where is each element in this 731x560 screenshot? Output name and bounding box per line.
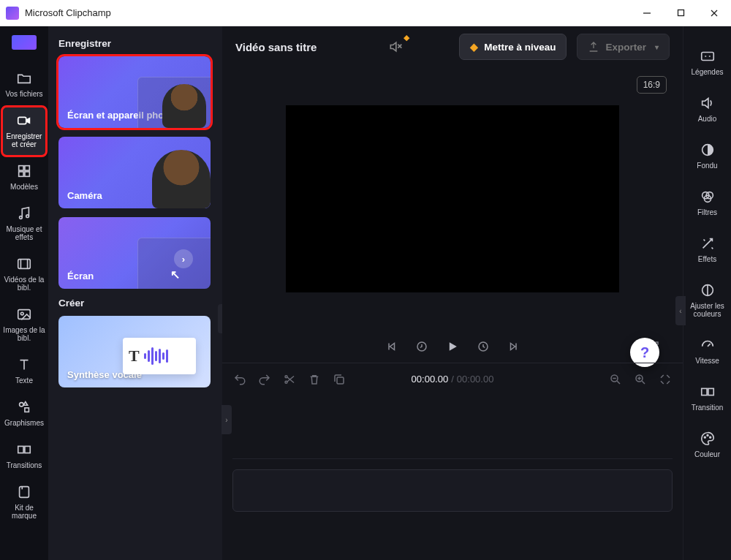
export-label: Exporter [605,42,646,53]
skip-end-button[interactable] [507,339,521,354]
svg-rect-8 [25,172,29,176]
text-icon [16,357,32,373]
prop-label: Filtres [697,208,717,216]
svg-rect-1 [678,10,683,16]
prop-filters[interactable]: Filtres [686,184,730,221]
svg-rect-19 [25,446,30,453]
redo-button[interactable] [257,372,272,387]
svg-point-9 [20,216,23,219]
timeline-track-placeholder[interactable] [232,469,673,512]
panel-section-create: Créer [58,298,212,309]
prop-fade[interactable]: Fondu [686,137,730,174]
nav-label: Musique et effets [2,225,46,241]
palette-icon [700,431,716,447]
nav-label: Graphismes [4,419,44,427]
export-button[interactable]: Exporter ▾ [577,34,670,60]
card-text-to-speech[interactable]: T Synthèse vocale [58,316,211,387]
nav-text[interactable]: Texte [2,351,46,392]
svg-point-45 [707,435,708,436]
video-preview[interactable] [286,105,619,292]
fade-icon [700,142,716,158]
prop-label: Transition [692,404,724,412]
nav-transitions[interactable]: Transitions [2,436,46,477]
timeline-area[interactable]: › [222,395,683,560]
minimize-button[interactable] [630,0,664,26]
left-nav-rail: Vos fichiers Enregistrer et créer Modèle… [0,26,48,560]
rewind-button[interactable] [414,339,429,354]
nav-label: Vos fichiers [5,90,42,98]
maximize-button[interactable] [664,0,697,26]
close-button[interactable] [697,0,731,26]
undo-button[interactable] [232,372,247,387]
brand-kit-icon [16,484,32,500]
svg-rect-4 [18,117,26,124]
card-label: Caméra [67,190,102,201]
timeline-toolbar: 00:00.00 / 00:00.00 [222,363,683,395]
templates-icon [16,163,32,179]
svg-point-26 [285,381,287,383]
timeline-ruler[interactable] [232,406,673,459]
prop-captions[interactable]: Légendes [686,44,730,80]
prop-label: Vitesse [695,357,719,365]
card-screen[interactable]: › ↖ Écran [58,217,211,289]
forward-button[interactable] [476,339,491,354]
prop-color[interactable]: Couleur [686,426,730,463]
nav-graphics[interactable]: Graphismes [2,393,46,434]
editor-topbar: ◆ ◆ Mettre à niveau Exporter ▾ [222,26,683,67]
cursor-icon: ↖ [170,268,180,281]
clipchamp-logo-icon[interactable] [12,35,37,50]
filters-icon [700,189,716,205]
nav-label: Vidéos de la bibl. [2,276,46,292]
card-screen-and-camera[interactable]: Écran et appareil photo [58,56,211,128]
gem-icon: ◆ [470,41,478,53]
duplicate-button[interactable] [332,372,346,387]
nav-music-effects[interactable]: Musique et effets [2,200,46,249]
prop-effects[interactable]: Effets [686,231,730,268]
transition-prop-icon [700,384,716,400]
zoom-in-button[interactable] [633,372,648,387]
split-button[interactable] [282,372,297,387]
nav-label: Texte [15,377,33,385]
nav-label: Modèles [10,183,38,191]
nav-library-images[interactable]: Images de la bibl. [2,300,46,349]
captions-icon [700,48,716,64]
nav-record-create[interactable]: Enregistrer et créer [2,107,46,156]
play-button[interactable] [445,339,460,354]
skip-start-button[interactable] [384,339,398,354]
card-camera[interactable]: Caméra [58,137,211,208]
svg-rect-11 [18,260,31,269]
premium-diamond-icon: ◆ [404,33,409,42]
prop-speed[interactable]: Vitesse [686,333,730,369]
mute-icon[interactable]: ◆ [387,39,404,55]
adjust-colors-icon [700,282,716,298]
upgrade-button[interactable]: ◆ Mettre à niveau [459,34,567,60]
nav-brand-kit[interactable]: Kit de marque [2,478,46,527]
editor-area: ◆ ◆ Mettre à niveau Exporter ▾ 16:9 [222,26,683,560]
music-icon [16,205,32,222]
nav-templates[interactable]: Modèles [2,157,46,198]
prop-adjust-colors[interactable]: Ajuster les couleurs [686,278,730,322]
chevron-down-icon: ▾ [655,43,659,51]
svg-rect-5 [19,166,23,170]
delete-button[interactable] [307,372,322,387]
nav-label: Kit de marque [2,504,46,520]
collapse-right-rail-button[interactable]: ‹ [675,296,686,325]
svg-point-15 [20,312,23,315]
svg-rect-6 [25,166,29,170]
timecode-display: 00:00.00 / 00:00.00 [412,374,494,385]
fit-zoom-button[interactable] [658,372,673,387]
svg-point-10 [26,215,29,218]
zoom-out-button[interactable] [608,372,623,387]
video-title-input[interactable] [235,41,377,53]
window-title: Microsoft Clipchamp [25,7,111,18]
svg-line-41 [708,344,711,347]
prop-transition[interactable]: Transition [686,379,730,416]
aspect-ratio-badge[interactable]: 16:9 [637,76,667,94]
expand-timeline-button[interactable]: › [221,405,232,434]
nav-your-files[interactable]: Vos fichiers [2,64,46,105]
nav-label: Transitions [7,461,42,469]
app-icon [6,7,19,20]
nav-library-videos[interactable]: Vidéos de la bibl. [2,250,46,299]
shapes-icon [16,399,32,415]
prop-audio[interactable]: Audio [686,91,730,127]
